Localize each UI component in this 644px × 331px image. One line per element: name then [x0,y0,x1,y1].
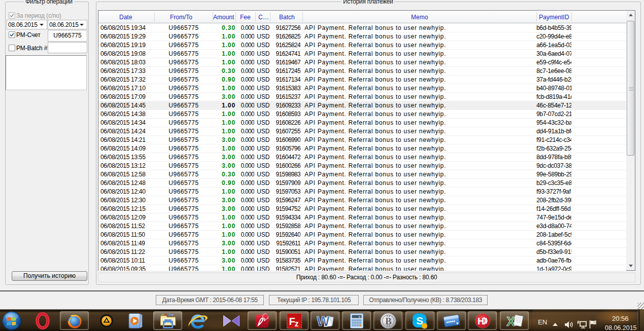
svg-text:W: W [317,314,330,329]
svg-text:0: 0 [358,315,360,318]
svg-text:H: H [478,316,484,326]
svg-text:B: B [385,316,392,326]
svg-text:z: z [294,319,298,327]
svg-text:X: X [506,314,516,329]
